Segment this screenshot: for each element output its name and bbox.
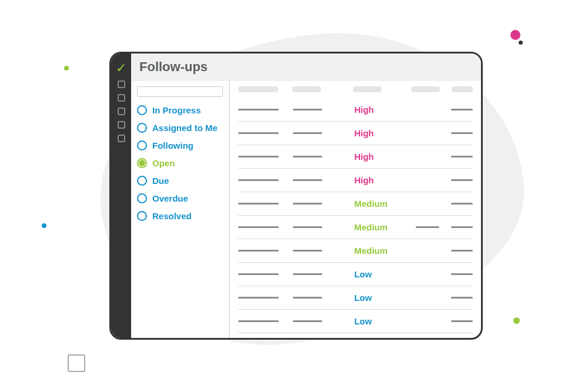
- cell-placeholder: [238, 273, 279, 275]
- cell-placeholder: [293, 297, 322, 299]
- radio-icon: [137, 105, 147, 115]
- column-header[interactable]: [292, 86, 321, 92]
- filter-label: Open: [152, 158, 175, 168]
- priority-cell: Medium: [354, 222, 407, 232]
- cell-placeholder: [238, 203, 279, 205]
- table-row[interactable]: Low: [238, 310, 473, 333]
- filter-item[interactable]: Assigned to Me: [137, 123, 223, 133]
- cell-placeholder: [451, 250, 473, 252]
- rail-item[interactable]: [118, 121, 125, 129]
- filter-item[interactable]: Following: [137, 140, 223, 150]
- decor-dot-green-top: [64, 66, 69, 71]
- table-row[interactable]: Low: [238, 286, 473, 310]
- cell-placeholder: [451, 226, 473, 228]
- decor-dot-black: [519, 41, 523, 45]
- cell-placeholder: [238, 156, 279, 158]
- table-row[interactable]: High: [238, 169, 473, 192]
- table-row[interactable]: High: [238, 122, 473, 145]
- cell-placeholder: [238, 226, 279, 228]
- cell-placeholder: [238, 132, 279, 134]
- priority-badge: Medium: [354, 246, 387, 256]
- filter-item[interactable]: In Progress: [137, 105, 223, 115]
- cell-placeholder: [293, 250, 322, 252]
- filter-label: Assigned to Me: [152, 123, 218, 133]
- page-header: Follow-ups: [131, 53, 481, 81]
- cell-placeholder: [451, 273, 473, 275]
- table-header: [238, 86, 473, 92]
- main-split: In ProgressAssigned to MeFollowingOpenDu…: [131, 81, 481, 338]
- rail-item[interactable]: [118, 108, 125, 115]
- decor-dot-pink: [510, 30, 520, 40]
- priority-cell: High: [354, 128, 407, 138]
- cell-placeholder: [451, 179, 473, 181]
- cell-placeholder: [293, 132, 322, 134]
- priority-badge: High: [354, 152, 373, 162]
- cell-placeholder: [451, 132, 473, 134]
- priority-badge: Low: [354, 269, 372, 279]
- filters-list: In ProgressAssigned to MeFollowingOpenDu…: [137, 105, 223, 221]
- followups-table: HighHighHighHighMediumMediumMediumLowLow…: [230, 81, 481, 338]
- decor-dot-blue: [42, 223, 46, 228]
- cell-placeholder: [451, 156, 473, 158]
- cell-placeholder: [238, 250, 279, 252]
- table-row[interactable]: Medium: [238, 216, 473, 239]
- rail-item[interactable]: [118, 135, 125, 142]
- table-row[interactable]: Medium: [238, 239, 473, 263]
- rail-item[interactable]: [118, 94, 125, 102]
- cell-placeholder: [238, 297, 279, 299]
- cell-placeholder: [451, 203, 473, 205]
- filter-label: In Progress: [152, 105, 201, 115]
- table-row[interactable]: High: [238, 145, 473, 169]
- radio-icon: [137, 158, 147, 168]
- app-body: Follow-ups In ProgressAssigned to MeFoll…: [131, 53, 481, 338]
- cell-placeholder: [293, 179, 322, 181]
- cell-placeholder: [238, 109, 279, 110]
- radio-icon: [137, 176, 147, 186]
- radio-icon: [137, 123, 147, 133]
- filters-sidebar: In ProgressAssigned to MeFollowingOpenDu…: [131, 81, 230, 338]
- priority-badge: Low: [354, 316, 372, 326]
- radio-icon: [137, 211, 147, 221]
- column-header[interactable]: [238, 86, 278, 92]
- priority-cell: Medium: [354, 199, 407, 209]
- priority-badge: High: [354, 128, 373, 138]
- priority-badge: High: [354, 105, 373, 115]
- check-icon[interactable]: ✓: [116, 62, 126, 75]
- cell-placeholder: [293, 109, 322, 110]
- cell-placeholder: [451, 109, 473, 110]
- table-body: HighHighHighHighMediumMediumMediumLowLow…: [238, 98, 473, 333]
- app-frame: ✓ Follow-ups In ProgressAssigned to MeFo…: [109, 52, 483, 340]
- cell-placeholder: [238, 179, 279, 181]
- filter-label: Overdue: [152, 193, 188, 203]
- table-row[interactable]: High: [238, 98, 473, 122]
- filter-item[interactable]: Resolved: [137, 211, 223, 221]
- column-header[interactable]: [411, 86, 440, 92]
- radio-icon: [137, 140, 147, 150]
- column-header[interactable]: [452, 86, 473, 92]
- cell-placeholder: [451, 297, 473, 299]
- priority-badge: Medium: [354, 199, 387, 209]
- filter-label: Due: [152, 176, 169, 186]
- cell-placeholder: [293, 320, 322, 322]
- rail-item[interactable]: [118, 81, 125, 88]
- page-title: Follow-ups: [139, 59, 208, 75]
- priority-cell: High: [354, 105, 407, 115]
- filter-item[interactable]: Due: [137, 176, 223, 186]
- cell-placeholder: [238, 320, 279, 322]
- cell-placeholder: [293, 273, 322, 275]
- search-input[interactable]: [137, 86, 223, 97]
- priority-cell: Low: [354, 269, 407, 279]
- decor-square-outline: [68, 354, 85, 372]
- table-row[interactable]: Medium: [238, 192, 473, 216]
- filter-item[interactable]: Open: [137, 158, 223, 168]
- priority-badge: High: [354, 175, 373, 185]
- table-row[interactable]: Low: [238, 263, 473, 286]
- filter-label: Following: [152, 140, 193, 150]
- priority-badge: Medium: [354, 222, 387, 232]
- priority-cell: High: [354, 175, 407, 185]
- decor-dot-green-bottom: [513, 317, 520, 324]
- radio-icon: [137, 193, 147, 203]
- column-header[interactable]: [353, 86, 382, 92]
- cell-placeholder: [416, 226, 439, 228]
- filter-item[interactable]: Overdue: [137, 193, 223, 203]
